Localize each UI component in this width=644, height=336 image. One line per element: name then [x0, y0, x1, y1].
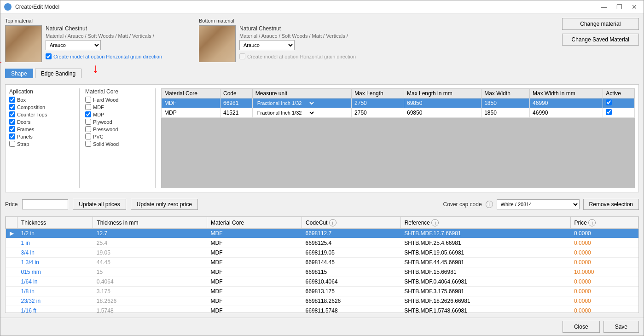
code-cut-info-icon[interactable]: i — [329, 219, 337, 226]
change-saved-material-button[interactable]: Change Saved Material — [562, 34, 639, 46]
core-row-mdf-max-length-mm: 69850 — [404, 98, 482, 108]
bottom-material-path: Material / Arauco / Soft Woods / Matt / … — [239, 33, 356, 39]
update-all-prices-button[interactable]: Update all prices — [73, 199, 126, 210]
restore-button[interactable]: ❐ — [614, 3, 625, 11]
close-button[interactable]: ✕ — [629, 3, 640, 11]
save-button[interactable]: Save — [603, 321, 639, 333]
core-mdf-checkbox[interactable] — [85, 104, 91, 110]
app-strap-checkbox[interactable] — [9, 141, 15, 147]
price-input[interactable] — [22, 199, 68, 209]
core-mdp-checkbox[interactable] — [85, 111, 91, 117]
core-row-mdf-material: MDF — [162, 98, 220, 108]
col-active: Active — [603, 89, 635, 98]
bottom-material-dropdown[interactable]: Arauco — [239, 40, 295, 50]
row-reference: SHTB.MDF.3.175.66981 — [400, 287, 570, 296]
core-presswood-checkbox[interactable] — [85, 126, 91, 132]
row-reference: SHTB.MDF.1.5748.66981 — [400, 306, 570, 313]
core-mdp-item: MDP — [85, 111, 150, 117]
tab-edge-banding[interactable]: Edge Banding — [35, 69, 81, 78]
row-thickness: 1/64 in — [17, 277, 93, 287]
top-grain-checkbox-row: Create model at option Horizontal grain … — [46, 53, 162, 59]
app-composition-checkbox[interactable] — [9, 104, 15, 110]
thickness-row[interactable]: 015 mm 15 MDF 6698115 SHTB.MDF.15.66981 … — [6, 267, 638, 277]
row-price: 0.0000 — [570, 277, 638, 287]
core-row-mdf-measure: Fractional Inch 1/32 — [252, 98, 351, 108]
col-measure-unit: Measure unit — [252, 89, 351, 98]
tab-shape[interactable]: Shape — [5, 69, 33, 78]
row-thickness: 1/8 in — [17, 287, 93, 296]
app-countertops-checkbox[interactable] — [9, 111, 15, 117]
col-arrow — [6, 217, 17, 229]
row-material: MDF — [207, 248, 302, 258]
bottom-material-panel: Bottom material Natural Chestnut Materia… — [199, 18, 356, 62]
price-info-icon[interactable]: i — [588, 219, 596, 226]
row-thickness-mm: 44.45 — [93, 258, 207, 267]
minimize-button[interactable]: — — [598, 3, 610, 11]
thickness-table-header: Thickness Thickness in mm Material Core … — [6, 217, 638, 229]
row-price: 10.0000 — [570, 267, 638, 277]
col-reference: Reference i — [400, 217, 570, 229]
thickness-row[interactable]: ▶ 1/2 in 12.7 MDF 6698112.7 SHTB.MDF.12.… — [6, 229, 638, 238]
remove-selection-button[interactable]: Remove selection — [583, 199, 639, 210]
row-reference: SHTB.MDF.18.2626.66981 — [400, 296, 570, 306]
application-list: Box Composition Counter Tops Doors — [9, 97, 74, 147]
core-row-mdf-active-checkbox[interactable] — [606, 99, 612, 105]
reference-info-icon[interactable]: i — [431, 219, 439, 226]
main-content: Top material Natural Chestnut Material /… — [0, 13, 644, 318]
core-table-area: Material Core Code Measure unit Max Leng… — [161, 88, 635, 188]
close-button-footer[interactable]: Close — [563, 321, 600, 333]
core-row-mdp[interactable]: MDP 41521 Fractional Inch 1/32 2750 6985… — [162, 108, 635, 118]
thickness-row[interactable]: 3/4 in 19.05 MDF 6698119.05 SHTB.MDF.19.… — [6, 248, 638, 258]
app-panels-checkbox[interactable] — [9, 133, 15, 139]
app-frames-checkbox[interactable] — [9, 126, 15, 132]
top-material-thumbnail — [5, 25, 42, 62]
top-material-path: Material / Arauco / Soft Woods / Matt / … — [46, 33, 162, 39]
thickness-row[interactable]: 1 3/4 in 44.45 MDF 6698144.45 SHTB.MDF.4… — [6, 258, 638, 267]
core-row-mdf-max-length: 2750 — [352, 98, 404, 108]
core-pvc-checkbox[interactable] — [85, 133, 91, 139]
change-material-button[interactable]: Change material — [562, 18, 639, 30]
app-box-checkbox[interactable] — [9, 97, 15, 103]
row-arrow — [6, 267, 17, 277]
core-hardwood-label: Hard Wood — [93, 97, 118, 103]
thickness-row[interactable]: 1/64 in 0.4064 MDF 669810.4064 SHTB.MDF.… — [6, 277, 638, 287]
row-thickness-mm: 3.175 — [93, 287, 207, 296]
thickness-row[interactable]: 1/16 ft 1.5748 MDF 669811.5748 SHTB.MDF.… — [6, 306, 638, 313]
row-arrow: ▶ — [6, 229, 17, 238]
core-row-mdp-max-width-mm: 46990 — [530, 108, 603, 118]
thickness-row[interactable]: 23/32 in 18.2626 MDF 6698118.2626 SHTB.M… — [6, 296, 638, 306]
core-pvc-label: PVC — [93, 134, 104, 139]
row-thickness: 1 in — [17, 238, 93, 248]
main-panels: Aplication Box Composition Counter Tops — [5, 84, 639, 192]
top-material-details: Natural Chestnut Material / Arauco / Sof… — [46, 25, 162, 59]
core-row-mdp-active-checkbox[interactable] — [606, 109, 612, 115]
core-plywood-checkbox[interactable] — [85, 119, 91, 125]
core-solidwood-checkbox[interactable] — [85, 141, 91, 147]
cover-cap-dropdown[interactable]: White / 20314 — [497, 199, 580, 209]
col-max-width: Max Width — [482, 89, 530, 98]
row-thickness: 1 3/4 in — [17, 258, 93, 267]
thickness-header-row: Thickness Thickness in mm Material Core … — [6, 217, 638, 229]
app-doors-checkbox[interactable] — [9, 119, 15, 125]
core-hardwood-checkbox[interactable] — [85, 97, 91, 103]
bottom-material-thumbnail — [199, 25, 236, 62]
app-frames-label: Frames — [17, 127, 34, 132]
row-arrow — [6, 306, 17, 313]
core-row-mdf-measure-select[interactable]: Fractional Inch 1/32 — [255, 100, 315, 106]
row-arrow — [6, 248, 17, 258]
core-list: Hard Wood MDF MDP Plywood — [85, 97, 150, 147]
top-grain-checkbox[interactable] — [46, 53, 52, 59]
core-title: Material Core — [85, 88, 150, 95]
thickness-row[interactable]: 1/8 in 3.175 MDF 669813.175 SHTB.MDF.3.1… — [6, 287, 638, 296]
thickness-row[interactable]: 1 in 25.4 MDF 6698125.4 SHTB.MDF.25.4.66… — [6, 238, 638, 248]
core-row-mdp-measure-select[interactable]: Fractional Inch 1/32 — [255, 110, 315, 116]
core-row-mdf-code: 66981 — [220, 98, 253, 108]
top-material-dropdown[interactable]: Arauco — [46, 40, 101, 50]
core-hardwood-item: Hard Wood — [85, 97, 150, 103]
update-zero-price-button[interactable]: Update only zero price — [131, 199, 198, 210]
cover-cap-info-icon[interactable]: i — [486, 201, 493, 208]
row-code-cut: 6698119.05 — [302, 248, 401, 258]
core-row-mdp-max-length: 2750 — [352, 108, 404, 118]
core-row-mdp-active — [603, 108, 635, 118]
core-row-mdf[interactable]: MDF 66981 Fractional Inch 1/32 2750 6985… — [162, 98, 635, 108]
